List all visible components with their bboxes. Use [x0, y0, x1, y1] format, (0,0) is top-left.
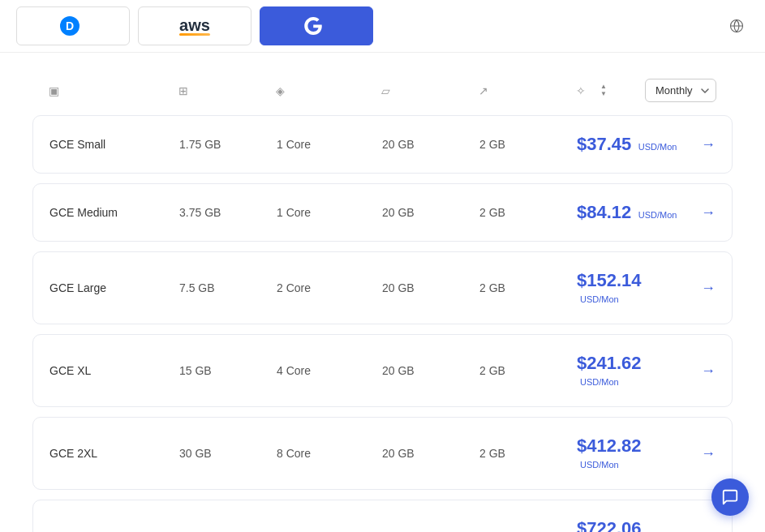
table-row[interactable]: GCE Medium 3.75 GB 1 Core 20 GB 2 GB $84… — [32, 183, 733, 242]
row-arrow[interactable]: → — [701, 363, 716, 380]
cell-processor: 4 Core — [277, 364, 382, 377]
globe-icon — [729, 19, 744, 33]
row-arrow[interactable]: → — [701, 204, 716, 221]
googlecloud-icon — [304, 17, 322, 35]
row-arrow[interactable]: → — [701, 280, 716, 297]
table-row[interactable]: GCE Small 1.75 GB 1 Core 20 GB 2 GB $37.… — [32, 115, 733, 174]
cell-plan: GCE Small — [49, 138, 179, 151]
cell-plan: GCE 2XL — [49, 447, 179, 460]
cell-ram: 3.75 GB — [179, 206, 277, 219]
table-body: GCE Small 1.75 GB 1 Core 20 GB 2 GB $37.… — [32, 115, 733, 532]
top-navigation: D aws — [0, 0, 765, 53]
cell-plan: GCE Medium — [49, 206, 179, 219]
chat-icon — [721, 488, 739, 506]
billing-period-selector[interactable]: MonthlyHourlyYearly — [645, 79, 716, 102]
table-row[interactable]: GCE XL 15 GB 4 Core 20 GB 2 GB $241.62 U… — [32, 334, 733, 407]
aws-provider-btn[interactable]: aws — [138, 6, 251, 45]
cell-bandwidth: 2 GB — [479, 206, 577, 219]
cell-processor: 1 Core — [277, 138, 382, 151]
header-storage: ▱ — [381, 84, 479, 97]
price-value: $37.45 — [577, 134, 631, 154]
digitalocean-icon: D — [60, 16, 80, 36]
price-unit: USD/Mon — [580, 377, 619, 387]
price-unit: USD/Mon — [580, 294, 619, 304]
price-unit: USD/Mon — [580, 460, 619, 470]
row-arrow[interactable]: → — [701, 528, 716, 533]
cell-ram: 7.5 GB — [179, 281, 277, 294]
price-value: $722.06 — [577, 518, 642, 532]
price-value: $412.82 — [577, 435, 642, 456]
cell-bandwidth: 2 GB — [479, 364, 577, 377]
header-processor: ◈ — [276, 84, 381, 97]
header-plan: ▣ — [49, 84, 178, 97]
chat-button[interactable] — [711, 478, 749, 516]
price-value: $241.62 — [577, 353, 642, 373]
header-prices: ✧ ▲ ▼ — [576, 84, 645, 97]
cell-processor: 1 Core — [277, 206, 382, 219]
cell-price: $37.45 USD/Mon — [577, 134, 685, 155]
prices-icon: ✧ — [576, 84, 586, 97]
cell-bandwidth: 2 GB — [479, 138, 577, 151]
cell-plan: GCE Large — [49, 281, 179, 294]
cell-price: $241.62 USD/Mon — [577, 353, 685, 388]
billing-dropdown[interactable]: MonthlyHourlyYearly — [645, 79, 716, 102]
cell-storage: 20 GB — [382, 281, 479, 294]
cell-storage: 20 GB — [382, 206, 479, 219]
header-bandwidth: ↗ — [479, 84, 576, 97]
cell-ram: 15 GB — [179, 364, 277, 377]
plan-icon: ▣ — [49, 84, 59, 97]
table-row[interactable]: GCE 4XL 72 GB 16 Core 20 GB 2 GB $722.06… — [32, 500, 733, 532]
cell-price: $152.14 USD/Mon — [577, 270, 685, 306]
sort-arrows: ▲ ▼ — [600, 84, 607, 97]
row-arrow[interactable]: → — [701, 136, 716, 153]
cell-price: $722.06 USD/Mon — [577, 518, 685, 532]
cell-price: $412.82 USD/Mon — [577, 435, 685, 471]
datacenter-btn[interactable] — [729, 19, 749, 33]
price-unit: USD/Mon — [638, 210, 677, 220]
ram-icon: ⊞ — [178, 84, 188, 97]
cell-bandwidth: 2 GB — [479, 447, 577, 460]
bandwidth-icon: ↗ — [479, 84, 488, 97]
table-row[interactable]: GCE Large 7.5 GB 2 Core 20 GB 2 GB $152.… — [32, 251, 733, 324]
cell-bandwidth: 2 GB — [479, 281, 577, 294]
price-value: $84.12 — [577, 202, 631, 222]
cell-storage: 20 GB — [382, 364, 479, 377]
cell-storage: 20 GB — [382, 447, 479, 460]
cell-ram: 1.75 GB — [179, 138, 277, 151]
cell-plan: GCE XL — [49, 364, 179, 377]
storage-icon: ▱ — [381, 84, 390, 97]
row-arrow[interactable]: → — [701, 445, 716, 462]
table-header: ▣ ⊞ ◈ ▱ ↗ ✧ ▲ ▼ MonthlyHourlyYea — [32, 69, 733, 112]
price-unit: USD/Mon — [638, 142, 677, 152]
aws-icon: aws — [179, 17, 210, 36]
cell-processor: 8 Core — [277, 447, 382, 460]
cell-price: $84.12 USD/Mon — [577, 202, 685, 223]
cell-processor: 2 Core — [277, 281, 382, 294]
cell-ram: 30 GB — [179, 447, 277, 460]
main-content: ▣ ⊞ ◈ ▱ ↗ ✧ ▲ ▼ MonthlyHourlyYea — [0, 53, 765, 532]
googlecloud-provider-btn[interactable] — [260, 6, 373, 45]
table-row[interactable]: GCE 2XL 30 GB 8 Core 20 GB 2 GB $412.82 … — [32, 417, 733, 490]
processor-icon: ◈ — [276, 84, 285, 97]
digitalocean-provider-btn[interactable]: D — [16, 6, 130, 45]
cell-storage: 20 GB — [382, 138, 479, 151]
header-ram: ⊞ — [178, 84, 276, 97]
price-value: $152.14 — [577, 270, 642, 290]
